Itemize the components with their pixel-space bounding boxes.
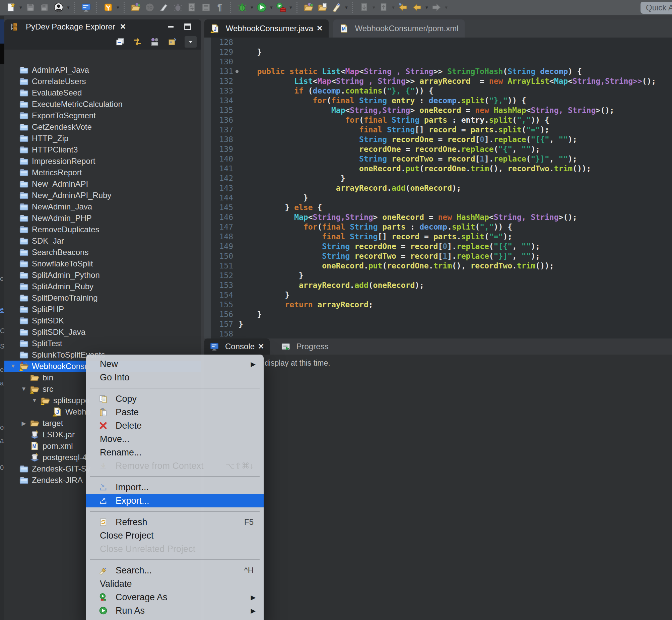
menu-item-coverage-as[interactable]: Coverage As▶ bbox=[86, 590, 264, 604]
line-number[interactable]: 145 bbox=[204, 203, 238, 212]
new-wizard-button[interactable] bbox=[4, 0, 18, 14]
user-profile-button[interactable] bbox=[52, 0, 66, 14]
tree-item-splitadmin-ruby[interactable]: SplitAdmin_Ruby bbox=[4, 281, 201, 292]
tree-item-httpclient3[interactable]: HTTPClient3 bbox=[4, 144, 201, 155]
team-sync-button[interactable]: TC bbox=[143, 0, 157, 14]
compare-pages-button[interactable] bbox=[185, 0, 199, 14]
close-icon[interactable]: ✕ bbox=[258, 342, 264, 351]
tree-item-exporttosegment[interactable]: ExportToSegment bbox=[4, 110, 201, 121]
pkga-icon[interactable] bbox=[150, 37, 160, 47]
last-edit-location-button[interactable] bbox=[396, 0, 410, 14]
line-number[interactable]: 156 bbox=[204, 310, 238, 319]
tree-item-splittest[interactable]: SplitTest bbox=[4, 338, 201, 349]
tree-item-splitadmin-python[interactable]: SplitAdmin_Python bbox=[4, 269, 201, 281]
debug-folder-button[interactable] bbox=[129, 0, 143, 14]
console-view-button[interactable] bbox=[79, 0, 93, 14]
line-number[interactable]: 144 bbox=[204, 193, 238, 203]
tree-item-http-zip[interactable]: HTTP_Zip bbox=[4, 133, 201, 144]
line-marker-icon[interactable] bbox=[235, 70, 238, 73]
line-number[interactable]: 130 bbox=[204, 57, 238, 67]
run-dropdown-icon[interactable]: ▼ bbox=[269, 5, 274, 10]
task-list-button[interactable] bbox=[199, 0, 213, 14]
profile-run-dropdown-icon[interactable]: ▼ bbox=[288, 5, 293, 10]
user-profile-dropdown-icon[interactable]: ▼ bbox=[66, 5, 71, 10]
tab-pydev-package-explorer[interactable]: PyDev Package Explorer ✕ bbox=[4, 19, 131, 34]
menu-item-close-project[interactable]: Close Project bbox=[86, 529, 264, 542]
tree-item-metricsreport[interactable]: MetricsReport bbox=[4, 167, 201, 178]
expand-arrow-icon[interactable]: ▶ bbox=[20, 420, 27, 427]
menu-item-close-unrelated-project[interactable]: Close Unrelated Project bbox=[86, 542, 264, 556]
line-number[interactable]: 153 bbox=[204, 280, 238, 290]
line-number[interactable]: 143 bbox=[204, 183, 238, 193]
line-number[interactable]: 142 bbox=[204, 173, 238, 183]
tree-item-searchbeacons[interactable]: SearchBeacons bbox=[4, 247, 201, 258]
line-number[interactable]: 150 bbox=[204, 251, 238, 261]
linked-icon[interactable] bbox=[132, 37, 143, 47]
tree-item-adminapi-java[interactable]: AdminAPI_Java bbox=[4, 64, 201, 76]
toggle-mark-button[interactable] bbox=[330, 0, 344, 14]
split-tool-dropdown-icon[interactable]: ▼ bbox=[115, 5, 121, 10]
prev-annotation-button[interactable] bbox=[377, 0, 391, 14]
line-number[interactable]: 129 bbox=[204, 47, 238, 57]
menu-item-import[interactable]: Import... bbox=[86, 480, 264, 494]
line-number[interactable]: 146 bbox=[204, 212, 238, 222]
menu-item-move[interactable]: Move... bbox=[86, 432, 264, 446]
close-icon[interactable]: ✕ bbox=[317, 24, 323, 33]
menu-item-rename[interactable]: Rename... bbox=[86, 446, 264, 459]
line-number[interactable]: 128 bbox=[204, 38, 238, 47]
tree-item-splitsdk[interactable]: SplitSDK bbox=[4, 315, 201, 326]
open-task-button[interactable] bbox=[316, 0, 330, 14]
line-number[interactable]: 134 bbox=[204, 96, 238, 106]
line-number[interactable]: 158 bbox=[204, 329, 238, 339]
next-annotation-dropdown-icon[interactable]: ▼ bbox=[371, 5, 377, 10]
tab-webhookconsumer-java[interactable]: J WebhookConsumer.java ✕ bbox=[204, 19, 329, 38]
menu-item-remove-from-context[interactable]: Remove from Context⌥⇧⌘↓ bbox=[86, 459, 264, 472]
line-number[interactable]: 139 bbox=[204, 145, 238, 154]
expand-arrow-icon[interactable]: ▼ bbox=[20, 386, 27, 393]
maximize-icon[interactable] bbox=[183, 22, 192, 31]
line-number[interactable]: 157 bbox=[204, 319, 238, 329]
code-editor[interactable]: 128129 }130131 public static List<Map<St… bbox=[204, 38, 672, 339]
debug-button[interactable] bbox=[235, 0, 249, 14]
tab-progress[interactable]: Progress bbox=[276, 339, 334, 355]
tab-console[interactable]: Console ✕ bbox=[204, 339, 270, 355]
forward-history-button[interactable] bbox=[430, 0, 444, 14]
tree-item-sdk-jar[interactable]: SDK_Jar bbox=[4, 235, 201, 247]
tree-item-splitphp[interactable]: SplitPHP bbox=[4, 304, 201, 315]
next-annotation-button[interactable] bbox=[357, 0, 371, 14]
menu-item-run-as[interactable]: Run As▶ bbox=[86, 604, 264, 617]
pkgb-icon[interactable] bbox=[167, 37, 177, 47]
tree-item-splitdemotraining[interactable]: SplitDemoTraining bbox=[4, 292, 201, 304]
run-button[interactable] bbox=[255, 0, 269, 14]
tree-item-new-adminapi[interactable]: New_AdminAPI bbox=[4, 178, 201, 190]
minimize-icon[interactable] bbox=[167, 22, 175, 31]
menu-item-delete[interactable]: Delete bbox=[86, 419, 264, 432]
line-number[interactable]: 140 bbox=[204, 154, 238, 164]
line-number[interactable]: 135 bbox=[204, 106, 238, 115]
split-tool-button[interactable] bbox=[101, 0, 115, 14]
debug-dropdown-icon[interactable]: ▼ bbox=[249, 5, 255, 10]
line-number[interactable]: 154 bbox=[204, 290, 238, 300]
line-number[interactable]: 136 bbox=[204, 115, 238, 125]
tree-item-executemetriccalculation[interactable]: ExecuteMetricCalculation bbox=[4, 99, 201, 110]
line-number[interactable]: 131 bbox=[204, 67, 238, 76]
save-all-button[interactable] bbox=[38, 0, 52, 14]
tree-item-removeduplicates[interactable]: RemoveDuplicates bbox=[4, 224, 201, 235]
knife-tool-button[interactable] bbox=[157, 0, 171, 14]
menu-item-search[interactable]: Search...^H bbox=[86, 564, 264, 577]
menu-item-go-into[interactable]: Go Into bbox=[86, 371, 264, 384]
tree-item-newadmin-java[interactable]: NewAdmin_Java bbox=[4, 201, 201, 212]
menu-item-paste[interactable]: Paste bbox=[86, 406, 264, 419]
prev-annotation-dropdown-icon[interactable]: ▼ bbox=[391, 5, 396, 10]
menu-item-new[interactable]: New▶ bbox=[86, 357, 264, 371]
open-type-button[interactable] bbox=[301, 0, 316, 14]
line-number[interactable]: 155 bbox=[204, 300, 238, 310]
tab-pom-xml[interactable]: M WebhookConsumer/pom.xml bbox=[333, 19, 464, 38]
toggle-mark-dropdown-icon[interactable]: ▼ bbox=[344, 5, 349, 10]
back-history-dropdown-icon[interactable]: ▼ bbox=[424, 5, 430, 10]
menu-item-validate[interactable]: Validate bbox=[86, 577, 264, 590]
close-icon[interactable]: ✕ bbox=[120, 22, 126, 31]
new-wizard-dropdown-icon[interactable]: ▼ bbox=[18, 5, 23, 10]
line-number[interactable]: 149 bbox=[204, 242, 238, 251]
menu-item-export[interactable]: Export... bbox=[86, 494, 264, 507]
